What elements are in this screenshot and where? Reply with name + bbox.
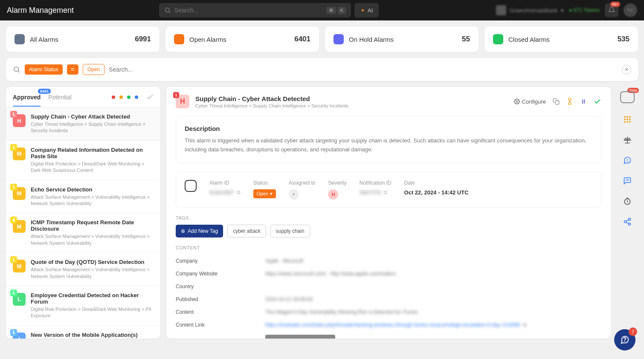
copy-icon[interactable]: [553, 98, 560, 105]
help-button[interactable]: 7: [614, 329, 635, 350]
svg-rect-15: [629, 119, 630, 120]
org-selector[interactable]: GreenAnimalsBank ▾: [496, 5, 564, 15]
dot-blue[interactable]: [135, 96, 138, 99]
status-pill[interactable]: Open ▾: [253, 189, 276, 198]
hourglass-icon[interactable]: [566, 98, 573, 105]
alarm-title: Company Related Information Detected on …: [31, 147, 154, 159]
svg-rect-11: [627, 116, 628, 118]
dot-green[interactable]: [127, 96, 131, 99]
svg-rect-14: [627, 119, 628, 120]
svg-rect-10: [624, 116, 626, 118]
detail-actions: Configure: [514, 98, 601, 105]
dot-orange[interactable]: [119, 96, 123, 99]
alarm-title: Supply Chain - Cyber Attack Detected: [31, 113, 154, 120]
add-tag-button[interactable]: ⊕ Add New Tag: [176, 225, 223, 237]
robot-button[interactable]: Beta: [620, 91, 635, 103]
list-item[interactable]: 1M Company Related Information Detected …: [6, 141, 160, 180]
filter-chip-field[interactable]: Alarm Status: [25, 64, 63, 75]
tabs-bar: Approved 6401 Potential: [6, 87, 160, 107]
list-item[interactable]: 4M ICMP Timestamp Request Remote Date Di…: [6, 213, 160, 253]
svg-line-3: [18, 71, 20, 72]
svg-point-24: [629, 223, 631, 225]
content-section: CONTENT CompanyApple · Microsoft Company…: [166, 245, 611, 339]
filter-search-input[interactable]: [109, 66, 631, 73]
search-shortcut: ⌘ K: [326, 7, 346, 14]
global-search[interactable]: ⌘ K: [159, 3, 351, 17]
messages-icon[interactable]: [623, 177, 632, 185]
right-sidebar: Beta: [617, 87, 638, 339]
stat-card-open[interactable]: Open Alarms 6401: [165, 26, 319, 52]
chevron-down-icon: ▾: [561, 7, 564, 14]
svg-rect-18: [629, 121, 630, 122]
meta-date: Date Oct 22, 2024 - 14:42 UTC: [404, 180, 469, 196]
square-icon: [493, 34, 503, 44]
severity-badge: 1H: [13, 114, 26, 127]
configure-button[interactable]: Configure: [514, 98, 546, 105]
check-all-icon[interactable]: [146, 93, 154, 101]
severity-badge: 1L: [13, 293, 26, 306]
tag[interactable]: cyber attack: [227, 225, 266, 237]
alarm-title: Employee Credential Detected on Hacker F…: [31, 292, 154, 305]
search-icon[interactable]: [13, 66, 20, 73]
assignee-avatar[interactable]: +: [289, 189, 299, 200]
content-link[interactable]: https://example.com/index.php/threads/ha…: [265, 322, 527, 328]
severity-badge: 1M: [13, 260, 26, 272]
sparkle-icon: ✦: [360, 7, 365, 14]
user-avatar[interactable]: YC: [624, 3, 637, 17]
chat-alert-icon[interactable]: [623, 156, 632, 165]
alarm-path: Attack Surface Management > Vulnerabilit…: [31, 233, 154, 246]
svg-point-0: [165, 8, 169, 12]
list-item[interactable]: 1I New Version of the Mobile Application…: [6, 326, 160, 339]
tab-approved[interactable]: Approved 6401: [13, 88, 41, 107]
search-input[interactable]: [174, 7, 326, 14]
list-item[interactable]: 1H Supply Chain - Cyber Attack Detected …: [6, 107, 160, 141]
list-item[interactable]: 1M Echo Service Detection Attack Surface…: [6, 180, 160, 214]
page-title: Alarm Management: [7, 6, 74, 15]
meta-row: Alarm ID 61802567⧉ Status Open ▾ Assigne…: [176, 172, 601, 208]
svg-rect-13: [624, 119, 626, 120]
robot-icon: [620, 91, 635, 103]
detail-header: 1 H Supply Chain - Cyber Attack Detected…: [166, 87, 611, 116]
scale-icon[interactable]: [623, 136, 632, 144]
svg-point-23: [624, 221, 627, 223]
external-link-icon: ⧉: [523, 322, 527, 328]
svg-line-25: [626, 222, 629, 223]
check-icon[interactable]: [594, 98, 601, 105]
share-icon[interactable]: [623, 217, 632, 226]
pause-icon[interactable]: [580, 98, 587, 105]
svg-line-1: [169, 12, 170, 13]
list-item[interactable]: 1M Quote of the Day (QOTD) Service Detec…: [6, 253, 160, 286]
svg-point-27: [625, 341, 625, 341]
svg-rect-16: [624, 121, 626, 122]
severity-circle: H: [328, 189, 338, 200]
stat-card-all[interactable]: All Alarms 6991: [6, 26, 160, 52]
copy-icon[interactable]: ⧉: [237, 189, 241, 195]
tag[interactable]: supply chain: [270, 225, 310, 237]
alarm-title: New Version of the Mobile Application(s)…: [31, 332, 154, 339]
meta-alarm-id: Alarm ID 61802567⧉: [209, 180, 241, 196]
grid-icon[interactable]: [623, 115, 632, 124]
goto-global-trends-button[interactable]: GO TO GLOBAL TRENDS: [265, 335, 335, 339]
tags-row: ⊕ Add New Tag cyber attack supply chain: [176, 225, 601, 237]
select-checkbox[interactable]: [185, 180, 197, 192]
severity-filter-dots: [112, 93, 154, 101]
copy-icon[interactable]: ⧉: [383, 189, 387, 195]
clear-filter-button[interactable]: [622, 65, 631, 74]
alarm-detail-panel: 1 H Supply Chain - Cyber Attack Detected…: [166, 87, 611, 339]
alarm-path: Digital Risk Protection > Deep&Dark Web …: [31, 161, 154, 174]
meta-notif-id: Notification ID 3647370⧉: [360, 180, 392, 196]
filter-chip-operator[interactable]: =: [67, 64, 78, 75]
org-icon: [496, 5, 506, 15]
ai-button[interactable]: ✦ AI: [354, 3, 379, 17]
detail-title: Supply Chain - Cyber Attack Detected: [195, 95, 348, 102]
notifications-button[interactable]: 99+: [605, 3, 618, 17]
stat-card-onhold[interactable]: On Hold Alarms 55: [325, 26, 479, 52]
tab-potential[interactable]: Potential: [48, 88, 71, 107]
dot-red[interactable]: [112, 96, 115, 99]
list-item[interactable]: 1L Employee Credential Detected on Hacke…: [6, 286, 160, 326]
filter-chip-value[interactable]: Open: [83, 64, 104, 75]
clock-icon[interactable]: [623, 197, 632, 206]
severity-badge: 4M: [13, 220, 26, 233]
stat-card-closed[interactable]: Closed Alarms 535: [484, 26, 638, 52]
alarm-list[interactable]: 1H Supply Chain - Cyber Attack Detected …: [6, 107, 160, 339]
